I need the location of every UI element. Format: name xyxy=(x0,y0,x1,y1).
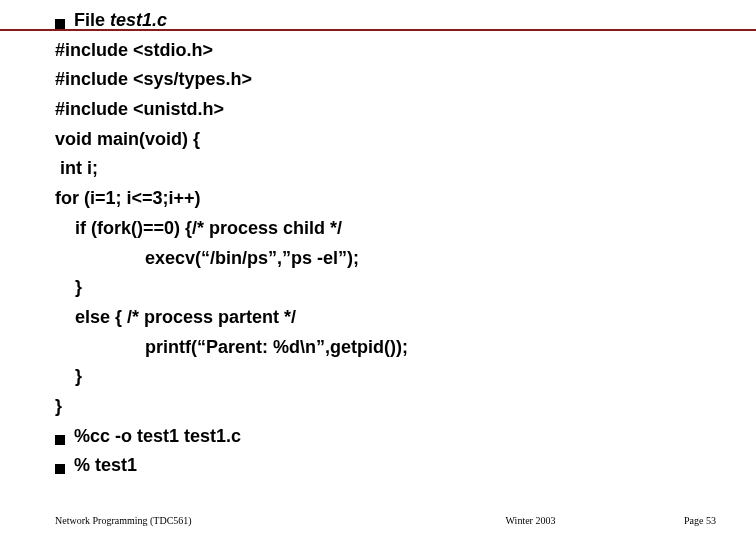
file-name: test1.c xyxy=(110,6,167,36)
code-line: int i; xyxy=(55,154,715,184)
code-line: printf(“Parent: %d\n”,getpid()); xyxy=(55,333,715,363)
bullet-icon xyxy=(55,464,65,474)
run-command: % test1 xyxy=(74,451,137,481)
file-label: File xyxy=(74,6,110,36)
compile-command: %cc -o test1 test1.c xyxy=(74,422,241,452)
footer-center: Winter 2003 xyxy=(506,515,556,526)
code-line: } xyxy=(55,392,715,422)
code-line: #include <stdio.h> xyxy=(55,36,715,66)
slide-content: File test1.c #include <stdio.h> #include… xyxy=(55,6,715,481)
code-line: if (fork()==0) {/* process child */ xyxy=(55,214,715,244)
code-line: #include <unistd.h> xyxy=(55,95,715,125)
code-line: } xyxy=(55,362,715,392)
footer-right: Page 53 xyxy=(684,515,716,526)
footer-left: Network Programming (TDC561) xyxy=(55,515,192,526)
code-line: #include <sys/types.h> xyxy=(55,65,715,95)
bullet-icon xyxy=(55,19,65,29)
code-line: else { /* process partent */ xyxy=(55,303,715,333)
code-line: for (i=1; i<=3;i++) xyxy=(55,184,715,214)
compile-command-line: %cc -o test1 test1.c xyxy=(55,422,715,452)
bullet-icon xyxy=(55,435,65,445)
code-line: } xyxy=(55,273,715,303)
run-command-line: % test1 xyxy=(55,451,715,481)
slide-footer: Network Programming (TDC561) Winter 2003… xyxy=(55,515,716,526)
code-line: void main(void) { xyxy=(55,125,715,155)
file-heading-line: File test1.c xyxy=(55,6,715,36)
slide: File test1.c #include <stdio.h> #include… xyxy=(0,0,756,540)
code-line: execv(“/bin/ps”,”ps -el”); xyxy=(55,244,715,274)
